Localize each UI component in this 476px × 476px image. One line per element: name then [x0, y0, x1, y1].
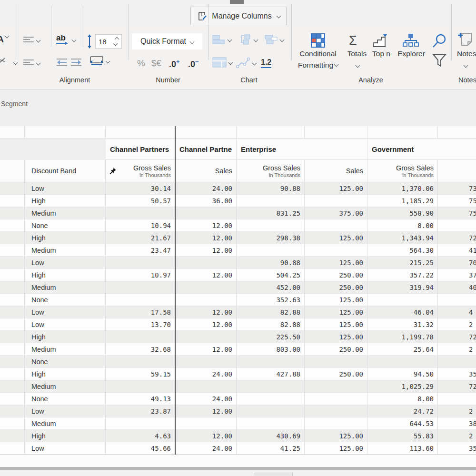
bottom-scrollbar-track[interactable]: [0, 467, 476, 470]
sales-header[interactable]: Sales: [305, 160, 367, 182]
top-n-icon[interactable]: [373, 34, 389, 48]
discount-band-cell[interactable]: High: [25, 232, 106, 244]
value-cell[interactable]: 831.25: [237, 207, 305, 219]
value-cell[interactable]: 17.58: [106, 306, 175, 318]
discount-band-cell[interactable]: Low: [25, 318, 106, 331]
value-cell[interactable]: 319.94: [367, 281, 438, 294]
gutter-cell[interactable]: [0, 368, 25, 380]
discount-band-cell[interactable]: Low: [25, 405, 106, 417]
value-cell[interactable]: [175, 417, 237, 430]
value-cell[interactable]: 125.00: [305, 232, 367, 244]
value-cell[interactable]: 12.00: [175, 219, 237, 232]
table-chart-button[interactable]: [212, 57, 232, 68]
grid-cell[interactable]: [106, 126, 175, 139]
value-cell[interactable]: 1,185.29: [367, 195, 438, 207]
value-cell[interactable]: 24.72: [367, 405, 438, 417]
value-cell[interactable]: 125.00: [305, 257, 367, 269]
value-cell[interactable]: [438, 393, 476, 405]
segment-header-channel-partners[interactable]: Channel Partners: [106, 139, 175, 160]
value-cell[interactable]: 298.38: [237, 232, 305, 244]
discount-band-cell[interactable]: Medium: [25, 380, 106, 393]
value-cell[interactable]: 13.70: [106, 318, 175, 331]
conditional-formatting-button[interactable]: Conditional Formatting: [293, 50, 343, 69]
gutter-cell[interactable]: [0, 417, 25, 430]
value-cell[interactable]: [305, 417, 367, 430]
decrease-decimal-button[interactable]: .0−: [188, 58, 199, 69]
value-cell[interactable]: 35: [438, 442, 476, 455]
value-cell[interactable]: [237, 219, 305, 232]
totals-button[interactable]: Totals: [344, 50, 370, 70]
value-cell[interactable]: 24.00: [175, 368, 237, 380]
value-cell[interactable]: [106, 257, 175, 269]
value-cell[interactable]: 1,370.06: [367, 182, 438, 195]
notes-button[interactable]: Notes: [457, 50, 476, 70]
value-cell[interactable]: 113.60: [367, 442, 438, 455]
value-cell[interactable]: [175, 356, 237, 368]
value-cell[interactable]: [175, 257, 237, 269]
value-cell[interactable]: 24.00: [175, 393, 237, 405]
segment-header-government[interactable]: Government: [367, 139, 476, 160]
discount-band-cell[interactable]: High: [25, 430, 106, 442]
value-cell[interactable]: 125.00: [305, 331, 367, 343]
gutter-cell[interactable]: [0, 380, 25, 393]
gross-sales-header[interactable]: Gross Sales in Thousands: [106, 160, 175, 182]
gutter-cell[interactable]: [0, 244, 25, 257]
discount-band-cell[interactable]: Medium: [25, 343, 106, 356]
value-cell[interactable]: 59.15: [106, 368, 175, 380]
currency-format-button[interactable]: $€: [151, 58, 161, 69]
line-chart-button[interactable]: [236, 57, 256, 69]
value-cell[interactable]: 125.00: [305, 318, 367, 331]
discount-band-cell[interactable]: Low: [25, 257, 106, 269]
discount-band-cell[interactable]: Medium: [25, 281, 106, 294]
value-cell[interactable]: [237, 195, 305, 207]
gutter-cell[interactable]: [0, 294, 25, 306]
window-drag-handle[interactable]: [230, 0, 244, 4]
value-cell[interactable]: 250.00: [305, 343, 367, 356]
value-cell[interactable]: 2: [438, 343, 476, 356]
segment-field-label[interactable]: Segment: [1, 100, 28, 108]
font-color-button[interactable]: A: [0, 33, 9, 45]
value-cell[interactable]: [175, 281, 237, 294]
value-cell[interactable]: [106, 207, 175, 219]
value-cell[interactable]: 12.00: [175, 430, 237, 442]
manage-columns-button[interactable]: Manage Columns: [190, 7, 287, 25]
value-cell[interactable]: [175, 294, 237, 306]
gutter-cell[interactable]: [0, 306, 25, 318]
value-cell[interactable]: 430.69: [237, 430, 305, 442]
gutter-cell[interactable]: [0, 281, 25, 294]
value-cell[interactable]: 427.88: [237, 368, 305, 380]
gutter-cell[interactable]: [0, 232, 25, 244]
segment-header-enterprise[interactable]: Enterprise: [237, 139, 367, 160]
value-cell[interactable]: 21.67: [106, 232, 175, 244]
gutter-cell[interactable]: [0, 207, 25, 219]
value-cell[interactable]: 46.04: [367, 306, 438, 318]
value-cell[interactable]: [237, 356, 305, 368]
explorer-button[interactable]: Explorer: [397, 50, 426, 58]
value-cell[interactable]: 1,025.29: [367, 380, 438, 393]
value-cell[interactable]: [305, 356, 367, 368]
value-cell[interactable]: 90.88: [237, 182, 305, 195]
value-cell[interactable]: 250.00: [305, 269, 367, 281]
value-cell[interactable]: 12.00: [175, 318, 237, 331]
value-cell[interactable]: 72: [438, 331, 476, 343]
value-cell[interactable]: 10.97: [106, 269, 175, 281]
value-cell[interactable]: [305, 244, 367, 257]
hide-values-button[interactable]: [0, 56, 10, 68]
discount-band-cell[interactable]: High: [25, 331, 106, 343]
value-cell[interactable]: [106, 380, 175, 393]
value-cell[interactable]: 49.13: [106, 393, 175, 405]
indent-decrease-button[interactable]: [56, 58, 68, 67]
value-cell[interactable]: 55.83: [367, 430, 438, 442]
value-cell[interactable]: 36.00: [175, 195, 237, 207]
value-cell[interactable]: [305, 405, 367, 417]
value-cell[interactable]: 50.57: [106, 195, 175, 207]
gutter-cell[interactable]: [0, 430, 25, 442]
value-cell[interactable]: [237, 417, 305, 430]
gutter-cell[interactable]: [0, 182, 25, 195]
value-cell[interactable]: 1,199.78: [367, 331, 438, 343]
gutter-cell[interactable]: [0, 331, 25, 343]
discount-band-header[interactable]: Discount Band: [25, 160, 106, 182]
value-cell[interactable]: 37: [438, 269, 476, 281]
horizontal-align-button[interactable]: [23, 59, 40, 67]
value-cell[interactable]: 12.00: [175, 244, 237, 257]
